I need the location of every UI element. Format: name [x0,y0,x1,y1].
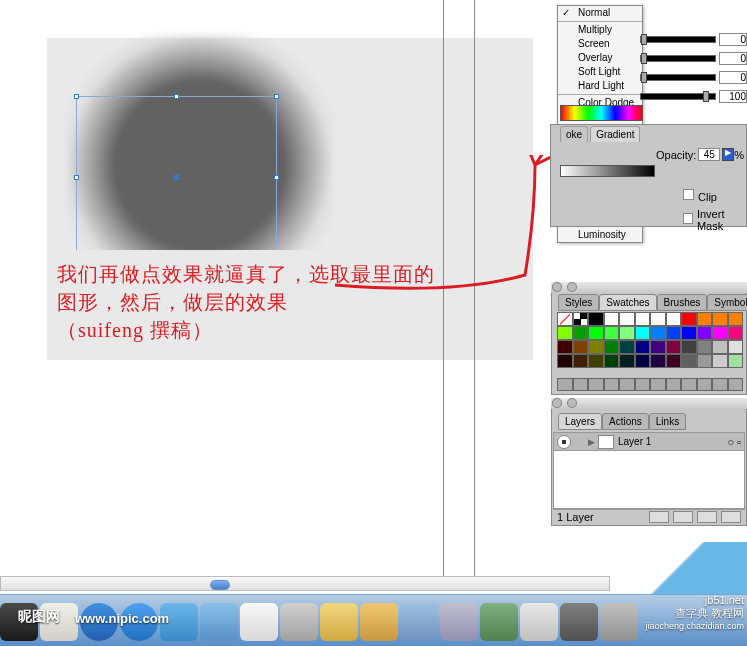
opacity-input[interactable] [698,148,720,161]
swatch[interactable] [557,340,573,354]
swatch[interactable] [697,312,713,326]
swatch[interactable] [681,312,697,326]
swatch[interactable] [573,354,589,368]
tab-gradient[interactable]: Gradient [590,126,640,142]
swatch[interactable] [697,354,713,368]
swatch[interactable] [557,354,573,368]
swatch[interactable] [588,312,604,326]
tab-brushes[interactable]: Brushes [657,294,708,311]
swatch[interactable] [666,326,682,340]
dock-app-icon[interactable] [440,603,478,641]
swatch[interactable] [635,354,651,368]
swatch[interactable] [604,354,620,368]
swatch[interactable] [728,340,744,354]
clip-checkbox[interactable] [683,189,694,200]
swatch[interactable] [635,312,651,326]
dock-app-icon[interactable] [360,603,398,641]
swatch[interactable] [728,326,744,340]
swatch-type-icon[interactable] [728,378,744,391]
swatch[interactable] [666,312,682,326]
dock-app-icon[interactable] [400,603,438,641]
swatch[interactable] [573,312,589,326]
swatch[interactable] [712,340,728,354]
swatch[interactable] [650,354,666,368]
swatch[interactable] [728,354,744,368]
selection-center[interactable] [174,175,179,180]
dock-app-icon[interactable] [240,603,278,641]
swatch[interactable] [728,312,744,326]
swatch[interactable] [650,312,666,326]
blend-option-hardlight[interactable]: Hard Light [558,79,642,93]
swatch[interactable] [588,326,604,340]
color-slider-y-value[interactable] [719,71,747,84]
dock-app-icon[interactable] [200,603,238,641]
minimize-icon[interactable] [567,398,577,408]
handle-mid-right[interactable] [274,175,279,180]
color-slider-k-value[interactable] [719,90,747,103]
color-slider-c-value[interactable] [719,33,747,46]
swatch[interactable] [604,312,620,326]
color-slider-k[interactable] [640,89,747,104]
blend-option-overlay[interactable]: Overlay [558,51,642,65]
tab-styles[interactable]: Styles [558,294,599,311]
dock-app-icon[interactable] [560,603,598,641]
gradient-preview[interactable] [560,165,655,177]
swatch[interactable] [681,354,697,368]
swatch-type-icon[interactable] [697,378,713,391]
swatch-type-icon[interactable] [650,378,666,391]
layer-thumbnail[interactable] [598,435,614,449]
dock-app-icon[interactable] [600,603,638,641]
swatch[interactable] [604,340,620,354]
blend-option-normal[interactable]: Normal [558,6,642,20]
scrollbar-thumb[interactable] [210,580,230,590]
dock-app-icon[interactable] [520,603,558,641]
swatch-type-icon[interactable] [604,378,620,391]
swatch[interactable] [697,340,713,354]
swatch[interactable] [666,354,682,368]
handle-top-mid[interactable] [174,94,179,99]
swatch[interactable] [697,326,713,340]
delete-layer-button[interactable] [721,511,741,523]
swatch[interactable] [635,326,651,340]
swatch[interactable] [619,354,635,368]
swatch-type-icon[interactable] [681,378,697,391]
opacity-stepper[interactable] [722,148,734,161]
horizontal-scrollbar[interactable] [0,576,610,591]
swatch[interactable] [666,340,682,354]
new-layer-button[interactable] [697,511,717,523]
visibility-icon[interactable] [557,435,571,449]
color-slider-y[interactable] [640,70,747,85]
layer-target-icon[interactable]: ○ ▫ [727,436,741,448]
swatch-type-icon[interactable] [712,378,728,391]
swatch[interactable] [573,326,589,340]
dock-app-icon[interactable] [480,603,518,641]
tab-links[interactable]: Links [649,413,686,430]
swatch[interactable] [650,340,666,354]
swatch-type-icon[interactable] [635,378,651,391]
layer-row[interactable]: ▶ Layer 1 ○ ▫ [554,433,744,451]
invert-mask-checkbox[interactable] [683,213,693,224]
blend-option-softlight[interactable]: Soft Light [558,65,642,79]
swatch[interactable] [573,340,589,354]
swatch[interactable] [604,326,620,340]
swatch[interactable] [681,340,697,354]
handle-top-left[interactable] [74,94,79,99]
swatch[interactable] [557,326,573,340]
color-spectrum[interactable] [560,105,643,121]
tab-layers[interactable]: Layers [558,413,602,430]
blend-option-luminosity[interactable]: Luminosity [558,228,642,242]
swatch-type-icon[interactable] [619,378,635,391]
color-slider-c[interactable] [640,32,747,47]
color-slider-m-value[interactable] [719,52,747,65]
swatch[interactable] [588,340,604,354]
swatch-type-icon[interactable] [557,378,573,391]
selection-bounding-box[interactable] [76,96,277,259]
layer-name[interactable]: Layer 1 [618,436,727,447]
swatch-type-icon[interactable] [588,378,604,391]
swatch[interactable] [557,312,573,326]
swatch[interactable] [619,326,635,340]
dock-app-icon[interactable] [280,603,318,641]
swatch-type-icon[interactable] [666,378,682,391]
swatch[interactable] [712,326,728,340]
chevron-right-icon[interactable]: ▶ [588,437,598,447]
